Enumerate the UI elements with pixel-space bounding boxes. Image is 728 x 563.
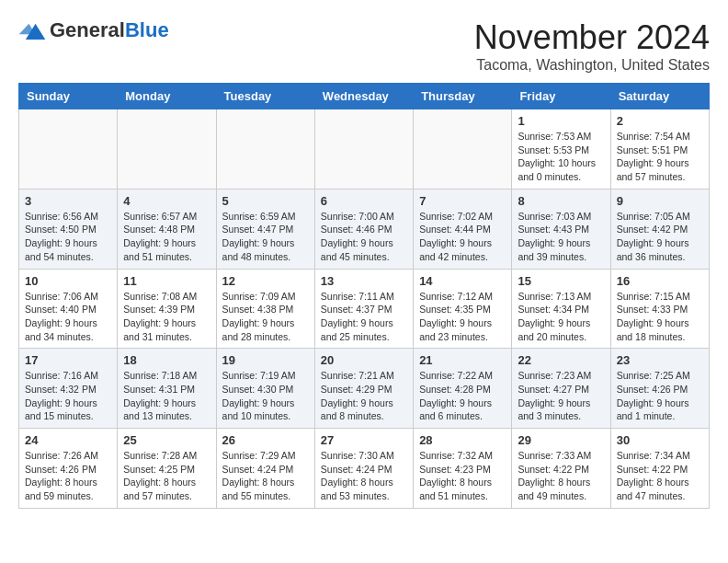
calendar-day-cell: 10Sunrise: 7:06 AM Sunset: 4:40 PM Dayli… bbox=[19, 269, 118, 349]
logo: GeneralBlue bbox=[18, 18, 169, 42]
calendar-day-cell: 19Sunrise: 7:19 AM Sunset: 4:30 PM Dayli… bbox=[216, 349, 314, 429]
day-info: Sunrise: 7:16 AM Sunset: 4:32 PM Dayligh… bbox=[25, 369, 111, 423]
calendar-day-cell: 20Sunrise: 7:21 AM Sunset: 4:29 PM Dayli… bbox=[314, 349, 413, 429]
title-section: November 2024 Tacoma, Washington, United… bbox=[474, 18, 710, 74]
calendar-day-cell bbox=[414, 109, 512, 190]
calendar-day-cell bbox=[216, 109, 314, 190]
calendar-day-cell: 23Sunrise: 7:25 AM Sunset: 4:26 PM Dayli… bbox=[610, 349, 709, 429]
day-number: 29 bbox=[518, 433, 604, 447]
calendar-day-cell: 14Sunrise: 7:12 AM Sunset: 4:35 PM Dayli… bbox=[414, 269, 512, 349]
day-info: Sunrise: 7:13 AM Sunset: 4:34 PM Dayligh… bbox=[518, 290, 604, 344]
day-info: Sunrise: 7:25 AM Sunset: 4:26 PM Dayligh… bbox=[617, 369, 703, 423]
day-info: Sunrise: 6:59 AM Sunset: 4:47 PM Dayligh… bbox=[222, 210, 309, 264]
calendar-day-cell: 5Sunrise: 6:59 AM Sunset: 4:47 PM Daylig… bbox=[216, 189, 314, 269]
day-number: 30 bbox=[617, 433, 703, 447]
calendar: SundayMondayTuesdayWednesdayThursdayFrid… bbox=[18, 83, 710, 509]
day-number: 2 bbox=[617, 114, 703, 128]
weekday-header: Friday bbox=[512, 84, 610, 109]
logo-icon bbox=[18, 21, 46, 40]
day-info: Sunrise: 7:29 AM Sunset: 4:24 PM Dayligh… bbox=[222, 449, 309, 503]
day-info: Sunrise: 7:06 AM Sunset: 4:40 PM Dayligh… bbox=[25, 290, 111, 344]
calendar-day-cell: 16Sunrise: 7:15 AM Sunset: 4:33 PM Dayli… bbox=[610, 269, 709, 349]
weekday-header: Tuesday bbox=[216, 84, 314, 109]
calendar-day-cell: 9Sunrise: 7:05 AM Sunset: 4:42 PM Daylig… bbox=[610, 189, 709, 269]
calendar-day-cell: 2Sunrise: 7:54 AM Sunset: 5:51 PM Daylig… bbox=[610, 109, 709, 190]
day-info: Sunrise: 7:03 AM Sunset: 4:43 PM Dayligh… bbox=[518, 210, 604, 264]
day-info: Sunrise: 7:00 AM Sunset: 4:46 PM Dayligh… bbox=[321, 210, 407, 264]
day-number: 23 bbox=[617, 353, 703, 367]
header: GeneralBlue November 2024 Tacoma, Washin… bbox=[18, 18, 710, 74]
day-number: 21 bbox=[419, 353, 506, 367]
calendar-day-cell: 29Sunrise: 7:33 AM Sunset: 4:22 PM Dayli… bbox=[512, 429, 610, 509]
day-info: Sunrise: 6:56 AM Sunset: 4:50 PM Dayligh… bbox=[25, 210, 111, 264]
calendar-header-row: SundayMondayTuesdayWednesdayThursdayFrid… bbox=[19, 84, 710, 109]
day-info: Sunrise: 7:34 AM Sunset: 4:22 PM Dayligh… bbox=[617, 449, 703, 503]
calendar-day-cell: 8Sunrise: 7:03 AM Sunset: 4:43 PM Daylig… bbox=[512, 189, 610, 269]
day-info: Sunrise: 7:08 AM Sunset: 4:39 PM Dayligh… bbox=[123, 290, 210, 344]
calendar-day-cell: 17Sunrise: 7:16 AM Sunset: 4:32 PM Dayli… bbox=[19, 349, 118, 429]
location-title: Tacoma, Washington, United States bbox=[474, 57, 710, 74]
day-number: 20 bbox=[321, 353, 407, 367]
day-info: Sunrise: 7:26 AM Sunset: 4:26 PM Dayligh… bbox=[25, 449, 111, 503]
day-info: Sunrise: 7:30 AM Sunset: 4:24 PM Dayligh… bbox=[321, 449, 407, 503]
weekday-header: Sunday bbox=[19, 84, 118, 109]
day-number: 7 bbox=[419, 194, 506, 208]
logo-general: General bbox=[50, 18, 125, 41]
calendar-week-row: 3Sunrise: 6:56 AM Sunset: 4:50 PM Daylig… bbox=[19, 189, 710, 269]
day-number: 6 bbox=[321, 194, 407, 208]
day-number: 13 bbox=[321, 274, 407, 288]
calendar-day-cell bbox=[314, 109, 413, 190]
weekday-header: Monday bbox=[118, 84, 216, 109]
calendar-day-cell: 25Sunrise: 7:28 AM Sunset: 4:25 PM Dayli… bbox=[118, 429, 216, 509]
day-number: 3 bbox=[25, 194, 111, 208]
day-number: 18 bbox=[123, 353, 210, 367]
calendar-day-cell: 6Sunrise: 7:00 AM Sunset: 4:46 PM Daylig… bbox=[314, 189, 413, 269]
day-info: Sunrise: 7:53 AM Sunset: 5:53 PM Dayligh… bbox=[518, 130, 604, 184]
day-info: Sunrise: 7:23 AM Sunset: 4:27 PM Dayligh… bbox=[518, 369, 604, 423]
calendar-day-cell bbox=[118, 109, 216, 190]
day-number: 17 bbox=[25, 353, 111, 367]
calendar-day-cell bbox=[19, 109, 118, 190]
calendar-day-cell: 3Sunrise: 6:56 AM Sunset: 4:50 PM Daylig… bbox=[19, 189, 118, 269]
calendar-day-cell: 12Sunrise: 7:09 AM Sunset: 4:38 PM Dayli… bbox=[216, 269, 314, 349]
day-info: Sunrise: 7:02 AM Sunset: 4:44 PM Dayligh… bbox=[419, 210, 506, 264]
day-info: Sunrise: 7:33 AM Sunset: 4:22 PM Dayligh… bbox=[518, 449, 604, 503]
day-number: 4 bbox=[123, 194, 210, 208]
calendar-day-cell: 4Sunrise: 6:57 AM Sunset: 4:48 PM Daylig… bbox=[118, 189, 216, 269]
day-number: 24 bbox=[25, 433, 111, 447]
calendar-day-cell: 21Sunrise: 7:22 AM Sunset: 4:28 PM Dayli… bbox=[414, 349, 512, 429]
day-number: 16 bbox=[617, 274, 703, 288]
day-number: 12 bbox=[222, 274, 309, 288]
calendar-day-cell: 28Sunrise: 7:32 AM Sunset: 4:23 PM Dayli… bbox=[414, 429, 512, 509]
day-number: 14 bbox=[419, 274, 506, 288]
calendar-day-cell: 27Sunrise: 7:30 AM Sunset: 4:24 PM Dayli… bbox=[314, 429, 413, 509]
calendar-day-cell: 11Sunrise: 7:08 AM Sunset: 4:39 PM Dayli… bbox=[118, 269, 216, 349]
calendar-day-cell: 13Sunrise: 7:11 AM Sunset: 4:37 PM Dayli… bbox=[314, 269, 413, 349]
weekday-header: Saturday bbox=[610, 84, 709, 109]
calendar-day-cell: 15Sunrise: 7:13 AM Sunset: 4:34 PM Dayli… bbox=[512, 269, 610, 349]
day-number: 22 bbox=[518, 353, 604, 367]
calendar-week-row: 1Sunrise: 7:53 AM Sunset: 5:53 PM Daylig… bbox=[19, 109, 710, 190]
day-number: 10 bbox=[25, 274, 111, 288]
day-number: 9 bbox=[617, 194, 703, 208]
day-info: Sunrise: 7:22 AM Sunset: 4:28 PM Dayligh… bbox=[419, 369, 506, 423]
day-info: Sunrise: 7:54 AM Sunset: 5:51 PM Dayligh… bbox=[617, 130, 703, 184]
day-number: 15 bbox=[518, 274, 604, 288]
calendar-day-cell: 26Sunrise: 7:29 AM Sunset: 4:24 PM Dayli… bbox=[216, 429, 314, 509]
calendar-day-cell: 7Sunrise: 7:02 AM Sunset: 4:44 PM Daylig… bbox=[414, 189, 512, 269]
day-number: 28 bbox=[419, 433, 506, 447]
day-number: 11 bbox=[123, 274, 210, 288]
calendar-day-cell: 24Sunrise: 7:26 AM Sunset: 4:26 PM Dayli… bbox=[19, 429, 118, 509]
day-info: Sunrise: 7:12 AM Sunset: 4:35 PM Dayligh… bbox=[419, 290, 506, 344]
calendar-day-cell: 18Sunrise: 7:18 AM Sunset: 4:31 PM Dayli… bbox=[118, 349, 216, 429]
day-info: Sunrise: 7:05 AM Sunset: 4:42 PM Dayligh… bbox=[617, 210, 703, 264]
day-number: 25 bbox=[123, 433, 210, 447]
day-info: Sunrise: 6:57 AM Sunset: 4:48 PM Dayligh… bbox=[123, 210, 210, 264]
weekday-header: Thursday bbox=[414, 84, 512, 109]
day-number: 8 bbox=[518, 194, 604, 208]
day-info: Sunrise: 7:11 AM Sunset: 4:37 PM Dayligh… bbox=[321, 290, 407, 344]
calendar-week-row: 10Sunrise: 7:06 AM Sunset: 4:40 PM Dayli… bbox=[19, 269, 710, 349]
day-number: 26 bbox=[222, 433, 309, 447]
day-info: Sunrise: 7:32 AM Sunset: 4:23 PM Dayligh… bbox=[419, 449, 506, 503]
day-number: 19 bbox=[222, 353, 309, 367]
